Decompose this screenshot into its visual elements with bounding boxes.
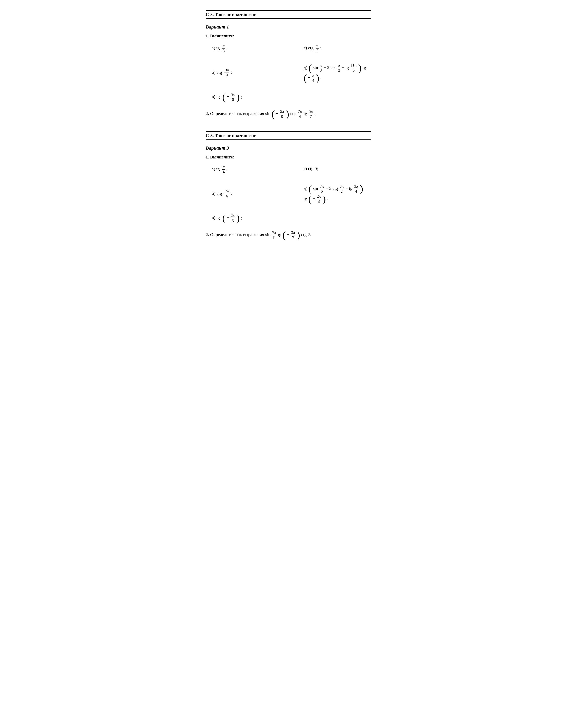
section-title-2: С-8. Тангенс и котангенс [206,133,256,138]
section-title-1: С-8. Тангенс и котангенс [206,12,256,17]
frac-2pi-3-v2: 2π 3 [230,213,235,223]
frac-pi-2: π 2 [316,44,319,53]
tg-d2: tg [304,196,307,201]
frac-7pi-4-t2: 7π 4 [297,109,303,119]
problem-a-2: а) tg π 4 ; [212,162,291,178]
frac-5pi-7-t2: 5π 7 [309,109,313,119]
label-a-2: а) tg [212,166,220,172]
label-g-1: г) ctg [304,45,314,50]
neg-t2v3: − [287,232,289,237]
frac-3pi-7-t2v3: 3π 7 [291,230,295,240]
label-d-2: д) [304,186,309,191]
neg-v2: − [227,215,229,220]
section-header-1: С-8. Тангенс и котангенс [206,10,371,19]
label-d-1: д) [304,65,309,70]
dot-d2: . [327,196,328,201]
left-paren-v2: ( [222,213,226,223]
semicolon-a: ; [227,45,228,50]
frac-5pi-9-t2: 5π 9 [280,109,285,119]
frac-3pi-2-d2: 3π 2 [339,184,344,194]
frac-11pi-6-d1: 11π 6 [350,63,357,73]
tg-t2v1: tg [304,111,307,116]
sin-t2v1: sin [265,111,270,116]
label-g-2: г) ctg 0; [304,166,318,171]
frac-7pi-11-t2v3: 7π 11 [272,230,277,240]
dot-t2v1: . [315,111,316,116]
label-b-2: б) ctg [212,191,222,196]
frac-7pi-6-s2: 7π 6 [225,189,229,199]
label-v-2: в) tg [212,215,220,220]
semicolon-b2: ; [231,191,232,196]
problem-b-1: б) ctg 3π 4 ; [212,66,291,81]
frac-3pi-4: 3π 4 [225,68,229,78]
minus2-d2: − tg [345,186,352,191]
semicolon-b: ; [231,70,232,75]
semicolon-v1: ; [241,94,242,99]
variant-title-1: Вариант 1 [206,24,371,30]
left-paren-v1: ( [222,92,226,102]
label-a-1: а) tg [212,45,220,50]
task2-v1: 2. Определите знак выражения sin ( − 5π … [206,109,371,119]
semicolon-g: ; [320,45,321,50]
section-variant1: С-8. Тангенс и котангенс Вариант 1 1. Вы… [206,6,371,125]
right-paren-d2: ) [360,183,363,194]
problem-g-1: г) ctg π 2 ; [291,42,371,57]
frac-7pi-6-d2: 7π 6 [319,184,324,194]
label-v-1: в) tg [212,94,220,99]
neg-t2v1: − [276,111,279,116]
neg-d2: − [313,196,315,201]
sin-d2: sin [313,186,318,191]
right-paren-d1: ) [358,62,362,73]
sin-d1: sin [313,65,318,70]
frac-pi-3: π 3 [222,44,225,53]
sin-t2v3: sin [265,232,270,237]
task2-v3: 2. Определите знак выражения sin 7π 11 t… [206,230,371,240]
problem-d-2: д) ( sin 7π 6 − 5 ctg 3π 2 − tg 3π 4 ) [291,182,371,207]
frac-pi-3-d1: π 3 [319,63,322,73]
right-paren2-d2: ) [323,193,326,204]
rp-t2v3: ) [297,230,300,240]
problem-d-1: д) ( sin π 3 − 2 cos π 2 + tg 11π 6 ) [291,61,371,86]
problem-v-2: в) tg ( − 2π 3 ) ; [212,211,371,227]
ctg-t2v3: ctg 2. [301,232,311,237]
left-paren-d2: ( [309,183,312,194]
variant-title-2: Вариант 3 [206,145,371,151]
lp-t2v1: ( [271,109,275,120]
rp-t2v1: ) [286,109,289,120]
neg-v1: − [227,94,229,99]
minus1-d1: − 2 cos [323,65,336,70]
frac-pi-4-s2: π 4 [222,164,225,175]
right-paren-v2: ) [237,213,240,223]
section-variant3: С-8. Тангенс и котангенс Вариант 3 1. Вы… [206,127,371,246]
task1-title-2: 1. Вычислите: [206,154,371,160]
label-b-1: б) ctg [212,70,222,75]
task2-text-v1: Определите знак выражения [210,111,265,116]
task2-label-v1: 2. [206,111,210,116]
left-paren2-d1: ( [304,73,307,83]
problem-g-2: г) ctg 0; [291,162,371,178]
tg-t2v3: tg [278,232,282,237]
problem-v-1: в) tg ( − 5π 6 ) ; [212,90,371,106]
neg-d1: − [308,75,311,80]
tg-d1: tg [363,65,366,70]
lp-t2v3: ( [283,230,286,240]
task2-label-v3: 2. [206,232,210,237]
frac-pi-2-d1: π 2 [338,63,341,73]
section-header-2: С-8. Тангенс и котангенс [206,131,371,140]
task2-text-v3: Определите знак выражения [210,232,265,237]
right-paren2-d1: ) [316,73,319,83]
minus1-d2: − 5 ctg [325,186,338,191]
dot-d1: . [320,75,322,80]
problem-b-2: б) ctg 7π 6 ; [212,187,291,202]
left-paren-d1: ( [309,62,312,73]
problem-a-1: а) tg π 3 ; [212,42,291,57]
left-paren2-d2: ( [308,193,312,204]
frac-3pi-4-d2: 3π 4 [354,184,359,194]
semicolon-a2: ; [227,166,228,172]
right-paren-v1: ) [237,92,240,102]
plus-d1: + tg [342,65,349,70]
cos-t2v1: cos [290,111,296,116]
frac-pi-4-d1: π 4 [312,73,315,83]
frac-5pi-6-v1: 5π 6 [230,92,235,102]
semicolon-v2: ; [241,215,242,220]
